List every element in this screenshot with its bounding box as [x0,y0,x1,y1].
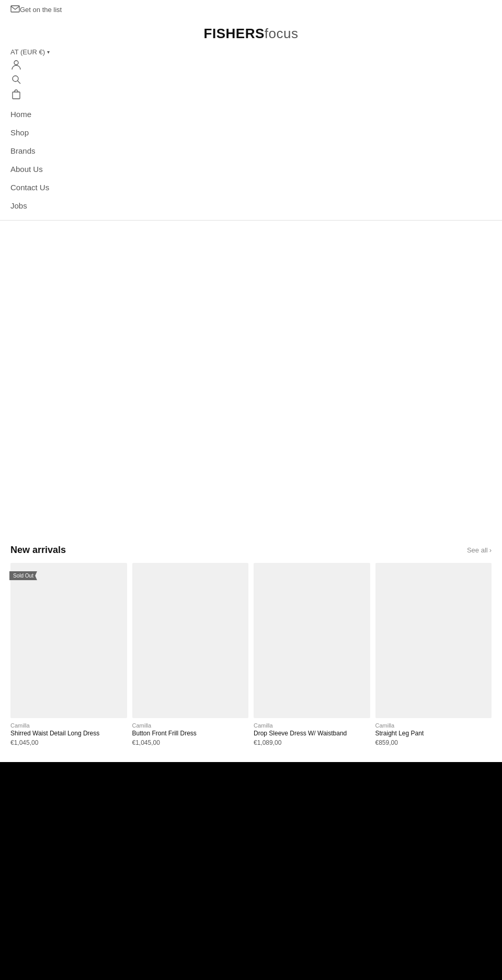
product-grid: Sold OutCamillaShirred Waist Detail Long… [10,563,492,746]
nav-item: Jobs [10,197,492,215]
product-image [132,563,249,718]
nav-item: Shop [10,123,492,142]
chevron-right-icon: › [489,546,492,554]
logo-light: focus [265,26,299,41]
nav-link-brands[interactable]: Brands [10,146,492,155]
product-brand: Camilla [132,722,249,729]
nav-item: About Us [10,160,492,178]
region-label: AT (EUR €) [10,48,45,56]
product-price: €1,089,00 [254,739,370,746]
product-name: Straight Leg Pant [375,730,492,738]
product-price: €859,00 [375,739,492,746]
svg-line-3 [18,81,21,84]
product-card[interactable]: CamillaStraight Leg Pant€859,00 [375,563,492,746]
product-card[interactable]: CamillaButton Front Frill Dress€1,045,00 [132,563,249,746]
search-icon[interactable] [10,74,22,85]
nav-item: Home [10,105,492,123]
product-image [254,563,370,718]
region-selector[interactable]: AT (EUR €) ▾ [10,48,492,56]
get-on-list-label[interactable]: Get on the list [20,6,62,14]
new-arrivals-section: New arrivals See all › Sold OutCamillaSh… [0,534,502,762]
product-price: €1,045,00 [10,739,127,746]
nav-link-shop[interactable]: Shop [10,128,492,137]
bag-icon[interactable] [10,88,22,100]
product-name: Drop Sleeve Dress W/ Waistband [254,730,370,738]
see-all-button[interactable]: See all › [467,546,492,554]
email-icon [10,5,20,14]
icon-row [10,59,492,100]
top-bar: Get on the list [0,0,502,19]
chevron-down-icon: ▾ [47,49,50,55]
product-brand: Camilla [254,722,370,729]
product-card[interactable]: Sold OutCamillaShirred Waist Detail Long… [10,563,127,746]
product-image [375,563,492,718]
sold-out-badge: Sold Out [9,571,37,580]
product-card[interactable]: CamillaDrop Sleeve Dress W/ Waistband€1,… [254,563,370,746]
product-price: €1,045,00 [132,739,249,746]
black-section [0,762,502,980]
product-image: Sold Out [10,563,127,718]
nav-link-home[interactable]: Home [10,110,492,119]
main-nav: HomeShopBrandsAbout UsContact UsJobs [0,100,502,220]
logo-bold: FISHERS [204,26,265,41]
nav-link-contact-us[interactable]: Contact Us [10,183,492,192]
logo-bar: FISHERSfocus [0,19,502,46]
svg-rect-4 [13,92,20,99]
nav-item: Contact Us [10,178,492,197]
svg-point-2 [13,76,18,82]
see-all-label: See all [467,546,488,554]
new-arrivals-title: New arrivals [10,545,66,556]
header-controls: AT (EUR €) ▾ [0,46,502,100]
hero-section [0,221,502,534]
logo[interactable]: FISHERSfocus [204,26,299,41]
svg-rect-0 [11,6,19,12]
product-name: Button Front Frill Dress [132,730,249,738]
user-icon[interactable] [10,59,22,71]
nav-item: Brands [10,142,492,160]
new-arrivals-header: New arrivals See all › [10,545,492,556]
nav-link-about-us[interactable]: About Us [10,165,492,174]
product-brand: Camilla [10,722,127,729]
svg-point-1 [14,61,18,65]
product-brand: Camilla [375,722,492,729]
nav-link-jobs[interactable]: Jobs [10,201,492,210]
product-name: Shirred Waist Detail Long Dress [10,730,127,738]
